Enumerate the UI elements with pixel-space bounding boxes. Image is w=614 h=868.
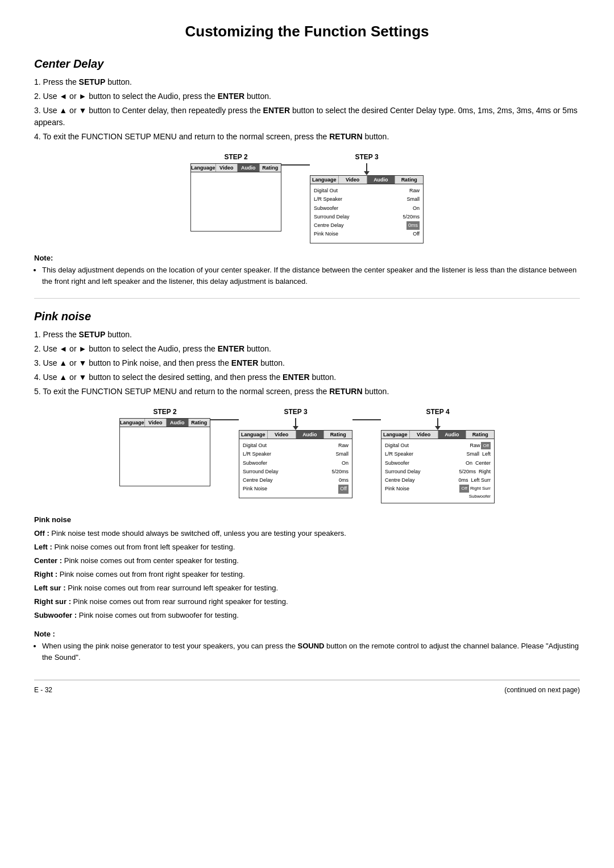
pink-noise-steps: Press the SETUP button. Use ◄ or ► butto… — [34, 329, 580, 398]
pink-noise-section: Pink noise Press the SETUP button. Use ◄… — [34, 310, 580, 663]
section-divider — [34, 298, 580, 299]
pink-noise-note: Note : When using the pink noise generat… — [34, 630, 580, 663]
tab-rating-3: Rating — [395, 176, 423, 184]
pn-note-text: When using the pink noise generator to t… — [42, 640, 580, 663]
cd-step3-wrap: STEP 3 Language Video Audio Rating Digit… — [310, 153, 424, 243]
pn-row-centre-delay: Centre Delay0ms — [243, 476, 349, 485]
page: Customizing the Function Settings Center… — [0, 0, 614, 868]
center-delay-title: Center Delay — [34, 57, 580, 71]
pn-step-5: To exit the FUNCTION SETUP MENU and retu… — [34, 386, 580, 398]
tab-video: Video — [216, 164, 238, 172]
page-number: E - 32 — [34, 686, 52, 694]
pn-row-subwoofer: SubwooferOn — [243, 459, 349, 468]
cd-step2-wrap: STEP 2 Language Video Audio Rating — [190, 153, 281, 232]
tab-language: Language — [191, 164, 216, 172]
pn-step4-box: Language Video Audio Rating Digital Out … — [381, 430, 495, 503]
tab-rating: Rating — [260, 164, 281, 172]
row-surround-delay: Surround Delay5/20ms — [314, 213, 420, 221]
continued-text: (continued on next page) — [504, 686, 580, 694]
center-delay-steps: Press the SETUP button. Use ◄ or ► butto… — [34, 76, 580, 143]
cd-step2-body — [191, 172, 281, 224]
tab-lang-4: Language — [381, 431, 410, 439]
pn-step-3: Use ▲ or ▼ button to Pink noise, and the… — [34, 357, 580, 369]
pn-note-body: When using the pink noise generator to t… — [34, 640, 580, 663]
tab-language-3: Language — [310, 176, 339, 184]
cd-step2-header: Language Video Audio Rating — [191, 164, 281, 172]
pn-step3-body: Digital OutRaw L/R SpeakerSmall Subwoofe… — [239, 439, 352, 496]
cd-step2-box: Language Video Audio Rating — [190, 163, 281, 232]
step-4: To exit the FUNCTION SETUP MENU and retu… — [34, 131, 580, 143]
pn4-row-pink-noise: Pink Noise Off Right Surr Subwoofer — [385, 485, 491, 500]
pn4-row-centre-delay: Centre Delay0ms Left Surr — [385, 476, 491, 485]
tab-rat-3: Rating — [324, 431, 352, 439]
note-text: This delay adjustment depends on the loc… — [42, 264, 580, 287]
pn4-row-surround-delay: Surround Delay5/20ms Right — [385, 468, 491, 476]
tab-aud-3-active: Audio — [296, 431, 325, 439]
pn-desc-left: Left : Pink noise comes out from front l… — [34, 541, 580, 553]
cd-step3-header: Language Video Audio Rating — [310, 176, 423, 184]
pn-desc-leftsur: Left sur : Pink noise comes out from rea… — [34, 582, 580, 594]
page-title: Customizing the Function Settings — [34, 23, 580, 40]
pn-step3-header: Language Video Audio Rating — [239, 431, 352, 439]
row-lr-speaker: L/R SpeakerSmall — [314, 195, 420, 204]
pn-desc-rightsur: Right sur : Pink noise comes out from re… — [34, 596, 580, 608]
pn-step2-header: Language Video Audio Rating — [120, 419, 210, 427]
tab-video-3: Video — [339, 176, 367, 184]
bottom-bar: E - 32 (continued on next page) — [34, 680, 580, 694]
pn-row-lr-speaker: L/R SpeakerSmall — [243, 450, 349, 458]
pn-step4-body: Digital Out Raw Off L/R SpeakerSmall Lef… — [381, 439, 494, 503]
tab-vid-4: Video — [410, 431, 438, 439]
enter-bold-2: ENTER — [263, 106, 290, 115]
enter-bold: ENTER — [218, 92, 244, 101]
pn4-row-subwoofer: SubwooferOn Center — [385, 459, 491, 468]
pn4-row-lr-speaker: L/R SpeakerSmall Left — [385, 450, 491, 458]
pn-step4-label: STEP 4 — [426, 408, 449, 416]
pn-step-1: Press the SETUP button. — [34, 329, 580, 341]
note-title: Note: — [34, 254, 580, 262]
pn-row-digital-out: Digital OutRaw — [243, 441, 349, 450]
pn4-row-digital-out: Digital Out Raw Off — [385, 441, 491, 450]
pn-desc-title: Pink noise — [34, 514, 580, 526]
pn-desc-center: Center : Pink noise comes out from cente… — [34, 555, 580, 567]
tab-audio-3-active: Audio — [367, 176, 396, 184]
pn-step3-wrap: STEP 3 Language Video Audio Rating Digit… — [239, 408, 352, 498]
step-3: Use ▲ or ▼ button to Center delay, then … — [34, 105, 580, 129]
center-delay-section: Center Delay Press the SETUP button. Use… — [34, 57, 580, 287]
row-digital-out: Digital OutRaw — [314, 187, 420, 195]
pn-step3-box: Language Video Audio Rating Digital OutR… — [239, 430, 352, 498]
pn-step2-label: STEP 2 — [153, 408, 176, 416]
step-2: Use ◄ or ► button to select the Audio, p… — [34, 90, 580, 102]
tab-rat-4: Rating — [466, 431, 494, 439]
tab-audio-active: Audio — [238, 164, 260, 172]
pn-step-2: Use ◄ or ► button to select the Audio, p… — [34, 343, 580, 355]
tab-aud-4-active: Audio — [438, 431, 467, 439]
row-centre-delay: Centre Delay0ms — [314, 221, 420, 230]
tab-vid: Video — [145, 419, 167, 427]
setup-bold: SETUP — [79, 77, 106, 86]
pn-step2-box: Language Video Audio Rating — [119, 418, 210, 486]
cd-step2-label: STEP 2 — [224, 153, 247, 161]
tab-lang-3: Language — [239, 431, 268, 439]
pn-step2-body — [120, 427, 210, 478]
row-subwoofer: SubwooferOn — [314, 204, 420, 213]
center-delay-diagram: STEP 2 Language Video Audio Rating — [34, 153, 580, 243]
cd-step3-label: STEP 3 — [355, 153, 378, 161]
pink-noise-descriptions: Pink noise Off : Pink noise test mode sh… — [34, 514, 580, 622]
pn-desc-off: Off : Pink noise test mode should always… — [34, 527, 580, 540]
pn-desc-right: Right : Pink noise comes out from front … — [34, 568, 580, 581]
pn-note-title: Note : — [34, 630, 580, 638]
center-delay-note: Note: This delay adjustment depends on t… — [34, 254, 580, 287]
pn-row-pink-noise: Pink NoiseOff — [243, 485, 349, 493]
cd-step3-body: Digital OutRaw L/R SpeakerSmall Subwoofe… — [310, 184, 423, 241]
pn-step2-wrap: STEP 2 Language Video Audio Rating — [119, 408, 210, 486]
pn-conn-23 — [210, 419, 239, 420]
tab-lang: Language — [120, 419, 145, 427]
return-bold: RETURN — [329, 132, 362, 141]
note-body: This delay adjustment depends on the loc… — [34, 264, 580, 287]
tab-rat: Rating — [189, 419, 210, 427]
cd-step3-box: Language Video Audio Rating Digital OutR… — [310, 175, 424, 243]
pn-step3-label: STEP 3 — [284, 408, 307, 416]
pn-desc-subwoofer: Subwoofer : Pink noise comes out from su… — [34, 609, 580, 622]
cd-connector — [281, 164, 310, 166]
pn-step4-header: Language Video Audio Rating — [381, 431, 494, 439]
